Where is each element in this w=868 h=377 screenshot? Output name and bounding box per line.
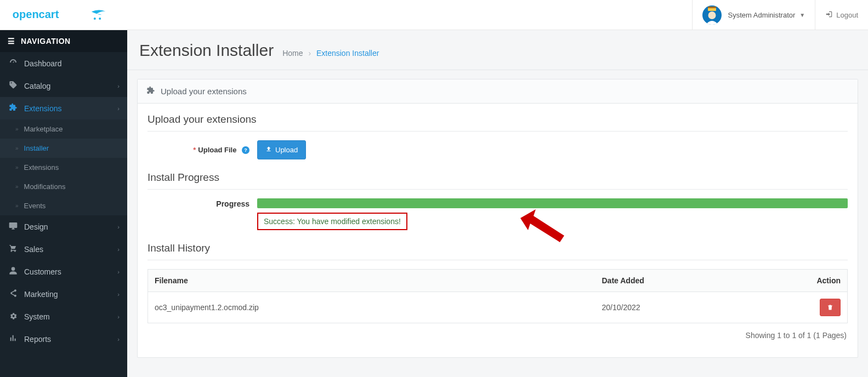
svg-point-2: [99, 18, 101, 20]
cart-icon: [9, 244, 21, 254]
svg-rect-4: [708, 7, 716, 8]
nav-title: ☰ NAVIGATION: [0, 30, 127, 52]
sidebar-sub-marketplace[interactable]: » Marketplace: [0, 119, 127, 139]
sidebar-item-sales[interactable]: Sales ›: [0, 238, 127, 260]
sidebar-item-marketing[interactable]: Marketing ›: [0, 283, 127, 305]
progress-section: Install Progress Progress Success: You h…: [147, 172, 848, 230]
panel-header: Upload your extensions: [138, 79, 858, 104]
upload-section-title: Upload your extensions: [147, 113, 848, 132]
bar-chart-icon: [9, 334, 21, 344]
sidebar-item-design[interactable]: Design ›: [0, 215, 127, 238]
cell-filename: oc3_unipayment1.2.ocmod.zip: [148, 292, 595, 323]
main: Extension Installer Home › Extension Ins…: [127, 30, 868, 377]
logo[interactable]: opencart: [0, 0, 127, 30]
sidebar-item-catalog[interactable]: Catalog ›: [0, 75, 127, 97]
sidebar-item-reports[interactable]: Reports ›: [0, 328, 127, 350]
sidebar-item-extensions[interactable]: Extensions ›: [0, 97, 127, 119]
chevron-right-icon: ›: [117, 313, 120, 320]
svg-text:opencart: opencart: [13, 8, 59, 20]
pager: Showing 1 to 1 of 1 (1 Pages): [147, 323, 848, 341]
logout-icon: [825, 10, 833, 20]
user-menu[interactable]: System Administrator ▼: [692, 0, 815, 30]
sidebar-sub-events[interactable]: » Events: [0, 196, 127, 215]
user-icon: [9, 266, 21, 277]
progress-label: Progress: [147, 198, 257, 208]
caret-down-icon: ▼: [799, 12, 805, 18]
chevron-right-icon: ›: [117, 246, 120, 253]
double-chevron-icon: »: [15, 184, 19, 190]
chevron-right-icon: ›: [117, 336, 120, 342]
user-name: System Administrator: [728, 11, 796, 19]
sidebar-sub-installer[interactable]: » Installer: [0, 139, 127, 158]
double-chevron-icon: »: [15, 145, 19, 151]
history-table: Filename Date Added Action oc3_unipaymen…: [147, 269, 848, 323]
page-header: Extension Installer Home › Extension Ins…: [127, 30, 868, 70]
col-filename: Filename: [148, 270, 595, 292]
sidebar-sub-extensions[interactable]: » Extensions: [0, 158, 127, 177]
svg-point-1: [94, 18, 96, 20]
logout-label: Logout: [836, 11, 858, 19]
chevron-right-icon: ›: [117, 224, 120, 230]
share-icon: [9, 289, 21, 299]
tag-icon: [9, 81, 21, 91]
chevron-right-icon: ›: [117, 83, 120, 89]
avatar: [702, 5, 722, 25]
puzzle-icon: [9, 103, 21, 113]
sidebar-item-system[interactable]: System ›: [0, 305, 127, 328]
svg-point-5: [708, 12, 716, 19]
progress-message-box: Success: You have modified extensions!: [257, 213, 407, 230]
double-chevron-icon: »: [15, 203, 19, 209]
sidebar-item-dashboard[interactable]: Dashboard: [0, 52, 127, 75]
trash-icon: [827, 304, 833, 311]
history-section: Install History Filename Date Added Acti…: [147, 242, 848, 341]
progress-bar: [257, 198, 848, 208]
double-chevron-icon: »: [15, 164, 19, 170]
sidebar-sub-extensions: » Marketplace » Installer » Extensions »…: [0, 119, 127, 215]
progress-message: Success: You have modified extensions!: [264, 217, 401, 226]
upload-section: Upload your extensions *Upload File ?: [147, 113, 848, 159]
header: opencart System Administrator ▼ Logout: [0, 0, 868, 30]
col-date: Date Added: [595, 270, 749, 292]
chevron-right-icon: ›: [117, 269, 120, 275]
sidebar-item-customers[interactable]: Customers ›: [0, 260, 127, 283]
sidebar-sub-modifications[interactable]: » Modifications: [0, 177, 127, 196]
desktop-icon: [9, 221, 21, 232]
breadcrumb-current[interactable]: Extension Installer: [316, 49, 379, 58]
help-icon[interactable]: ?: [242, 146, 249, 154]
menu-icon: ☰: [8, 37, 15, 45]
delete-button[interactable]: [820, 299, 841, 316]
panel: Upload your extensions Upload your exten…: [137, 79, 858, 358]
gear-icon: [9, 311, 21, 322]
puzzle-icon: [146, 86, 155, 96]
col-action: Action: [749, 270, 848, 292]
dashboard-icon: [9, 58, 21, 68]
chevron-right-icon: ›: [117, 291, 120, 298]
upload-icon: [265, 146, 272, 154]
double-chevron-icon: »: [15, 126, 19, 132]
cell-date: 20/10/2022: [595, 292, 749, 323]
page-title: Extension Installer: [139, 41, 274, 60]
upload-button[interactable]: Upload: [257, 140, 306, 159]
history-section-title: Install History: [147, 242, 848, 260]
upload-label: *Upload File ?: [147, 146, 257, 155]
logout-button[interactable]: Logout: [815, 0, 868, 30]
breadcrumb-home[interactable]: Home: [282, 49, 303, 58]
breadcrumb: Home › Extension Installer: [282, 49, 379, 58]
svg-marker-6: [520, 209, 564, 242]
sidebar: ☰ NAVIGATION Dashboard Catalog › Extensi…: [0, 30, 127, 377]
progress-section-title: Install Progress: [147, 172, 848, 190]
chevron-right-icon: ›: [117, 105, 120, 112]
table-row: oc3_unipayment1.2.ocmod.zip 20/10/2022: [148, 292, 848, 323]
